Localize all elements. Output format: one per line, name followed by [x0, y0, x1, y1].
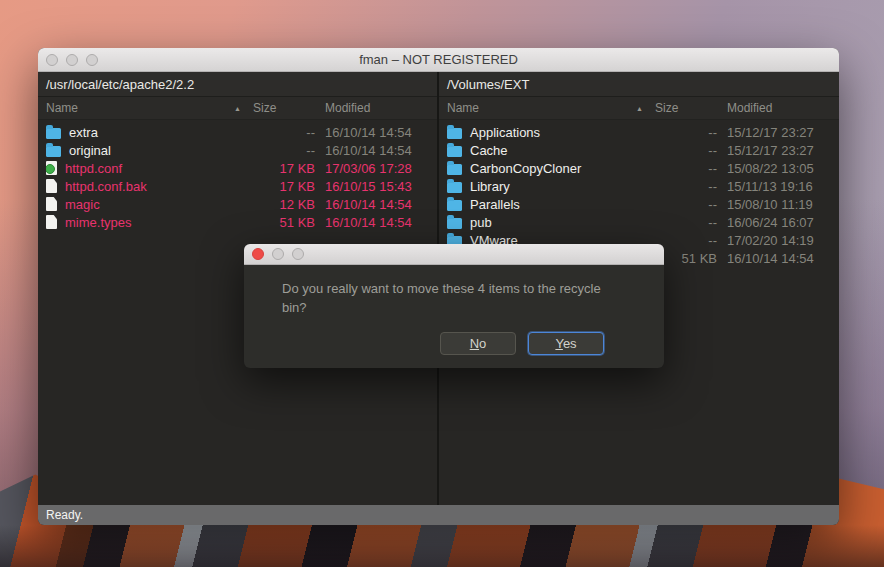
minimize-window-button[interactable]: [66, 54, 78, 66]
file-modified: 17/03/06 17:28: [315, 161, 431, 176]
file-row[interactable]: Library--15/11/13 19:16: [439, 177, 839, 195]
file-modified: 15/12/17 23:27: [717, 143, 833, 158]
file-modified: 16/10/14 14:54: [717, 251, 833, 266]
file-row[interactable]: Parallels--15/08/10 11:19: [439, 195, 839, 213]
file-modified: 15/08/22 13:05: [717, 161, 833, 176]
file-icon: [46, 179, 57, 193]
file-name: Library: [470, 179, 510, 194]
left-column-header: Name ▲ Size Modified: [38, 97, 437, 120]
file-size: --: [655, 197, 717, 212]
file-size: 17 KB: [253, 161, 315, 176]
file-name: httpd.conf.bak: [65, 179, 147, 194]
file-icon: [46, 197, 57, 211]
file-modified: 17/02/20 14:19: [717, 233, 833, 248]
left-size-column-header[interactable]: Size: [253, 101, 315, 115]
config-file-icon: [46, 161, 57, 175]
right-column-header: Name ▲ Size Modified: [439, 97, 839, 120]
file-size: --: [655, 179, 717, 194]
file-modified: 15/12/17 23:27: [717, 125, 833, 140]
no-button[interactable]: No: [440, 332, 516, 355]
folder-icon: [447, 218, 462, 229]
sort-ascending-icon: ▲: [636, 105, 643, 112]
file-name: httpd.conf: [65, 161, 122, 176]
right-path-bar[interactable]: /Volumes/EXT: [439, 72, 839, 97]
folder-icon: [46, 128, 61, 139]
file-modified: 16/10/15 15:43: [315, 179, 431, 194]
window-title: fman – NOT REGISTERED: [359, 52, 518, 67]
right-modified-column-header[interactable]: Modified: [717, 101, 833, 115]
file-name: magic: [65, 197, 100, 212]
file-size: --: [655, 233, 717, 248]
folder-icon: [447, 146, 462, 157]
file-modified: 16/06/24 16:07: [717, 215, 833, 230]
file-row[interactable]: httpd.conf17 KB17/03/06 17:28: [38, 159, 437, 177]
left-name-column-header[interactable]: Name ▲: [46, 101, 253, 115]
status-bar: Ready.: [38, 505, 839, 525]
file-size: 12 KB: [253, 197, 315, 212]
file-row[interactable]: CarbonCopyCloner--15/08/22 13:05: [439, 159, 839, 177]
dialog-minimize-button: [272, 248, 284, 260]
file-modified: 15/11/13 19:16: [717, 179, 833, 194]
folder-icon: [447, 128, 462, 139]
left-modified-column-header[interactable]: Modified: [315, 101, 431, 115]
file-row[interactable]: original--16/10/14 14:54: [38, 141, 437, 159]
file-row[interactable]: httpd.conf.bak17 KB16/10/15 15:43: [38, 177, 437, 195]
folder-icon: [447, 164, 462, 175]
close-window-button[interactable]: [46, 54, 58, 66]
file-size: --: [655, 215, 717, 230]
folder-icon: [447, 200, 462, 211]
file-icon: [46, 215, 57, 229]
dialog-zoom-button: [292, 248, 304, 260]
file-name: Parallels: [470, 197, 520, 212]
file-row[interactable]: magic12 KB16/10/14 14:54: [38, 195, 437, 213]
folder-icon: [447, 182, 462, 193]
file-modified: 15/08/10 11:19: [717, 197, 833, 212]
file-size: 17 KB: [253, 179, 315, 194]
file-size: --: [655, 143, 717, 158]
file-size: 51 KB: [655, 251, 717, 266]
file-size: --: [655, 161, 717, 176]
file-modified: 16/10/14 14:54: [315, 197, 431, 212]
folder-icon: [46, 146, 61, 157]
file-size: --: [655, 125, 717, 140]
zoom-window-button[interactable]: [86, 54, 98, 66]
file-modified: 16/10/14 14:54: [315, 143, 431, 158]
file-row[interactable]: Applications--15/12/17 23:27: [439, 123, 839, 141]
sort-ascending-icon: ▲: [234, 105, 241, 112]
file-name: extra: [69, 125, 98, 140]
dialog-titlebar[interactable]: [244, 244, 664, 265]
right-name-column-header[interactable]: Name ▲: [447, 101, 655, 115]
file-row[interactable]: mime.types51 KB16/10/14 14:54: [38, 213, 437, 231]
yes-button[interactable]: Yes: [528, 332, 604, 355]
status-text: Ready.: [46, 508, 83, 522]
file-modified: 16/10/14 14:54: [315, 215, 431, 230]
file-row[interactable]: Cache--15/12/17 23:27: [439, 141, 839, 159]
file-name: CarbonCopyCloner: [470, 161, 581, 176]
dialog-buttons: NoYes: [282, 318, 628, 355]
window-titlebar[interactable]: fman – NOT REGISTERED: [38, 48, 839, 72]
file-name: original: [69, 143, 111, 158]
right-size-column-header[interactable]: Size: [655, 101, 717, 115]
left-path-bar[interactable]: /usr/local/etc/apache2/2.2: [38, 72, 437, 97]
file-row[interactable]: pub--16/06/24 16:07: [439, 213, 839, 231]
file-modified: 16/10/14 14:54: [315, 125, 431, 140]
confirm-delete-dialog: Do you really want to move these 4 items…: [244, 244, 664, 368]
file-size: --: [253, 125, 315, 140]
file-name: Cache: [470, 143, 508, 158]
file-size: 51 KB: [253, 215, 315, 230]
file-size: --: [253, 143, 315, 158]
file-name: Applications: [470, 125, 540, 140]
file-name: mime.types: [65, 215, 131, 230]
file-row[interactable]: extra--16/10/14 14:54: [38, 123, 437, 141]
file-name: pub: [470, 215, 492, 230]
dialog-close-button[interactable]: [252, 248, 264, 260]
dialog-message: Do you really want to move these 4 items…: [282, 280, 628, 318]
